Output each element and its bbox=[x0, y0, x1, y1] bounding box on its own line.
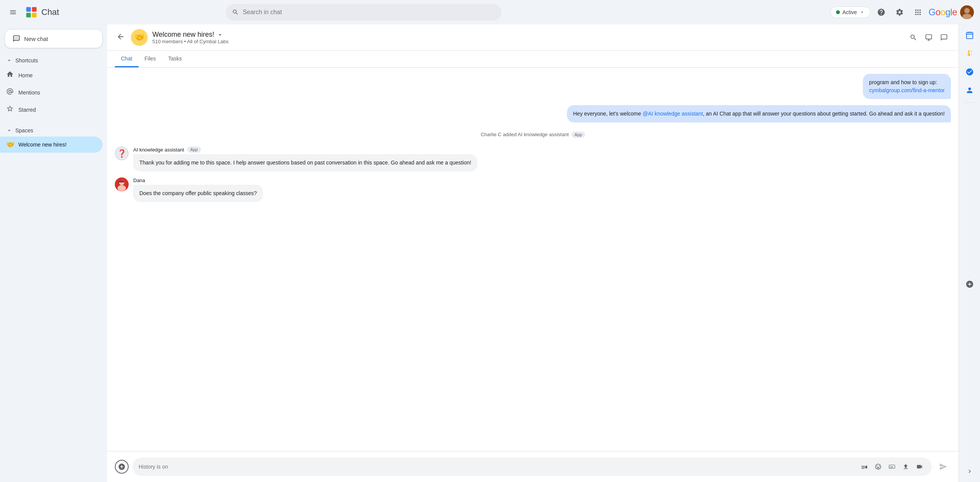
bot-message-bubble: Thank you for adding me to this space. I… bbox=[133, 154, 477, 171]
system-message: Charlie C added AI knowledge assistant A… bbox=[115, 129, 951, 140]
bot-avatar: ❓ bbox=[115, 147, 129, 160]
space-item-label: Welcome new hires! bbox=[18, 142, 67, 148]
contacts-button[interactable] bbox=[962, 83, 977, 98]
svg-rect-0 bbox=[26, 7, 31, 12]
shortcuts-header[interactable]: Shortcuts bbox=[0, 54, 107, 67]
svg-point-10 bbox=[118, 185, 126, 191]
sidebar-item-home-label: Home bbox=[18, 72, 33, 78]
active-status-button[interactable]: Active bbox=[830, 7, 870, 18]
new-chat-label: New chat bbox=[24, 36, 48, 42]
svg-text:GIF: GIF bbox=[890, 466, 894, 468]
svg-rect-2 bbox=[26, 13, 31, 18]
svg-rect-1 bbox=[32, 7, 37, 12]
add-app-button[interactable] bbox=[962, 277, 977, 292]
tab-files[interactable]: Files bbox=[139, 51, 162, 67]
spaces-label: Spaces bbox=[15, 127, 33, 134]
bot-sender-row: AI knowledge assistant App bbox=[133, 147, 951, 153]
menu-button[interactable] bbox=[6, 5, 20, 19]
dana-message-content: Dana Does the company offer public speak… bbox=[133, 177, 951, 202]
message-row-1: program and how to sign up: cymbalgroup.… bbox=[115, 74, 951, 99]
home-icon bbox=[6, 70, 14, 80]
dana-message-bubble: Does the company offer public speaking c… bbox=[133, 185, 263, 202]
chevron-down-icon bbox=[859, 10, 865, 15]
sidebar-item-starred[interactable]: Starred bbox=[0, 101, 103, 118]
svg-rect-14 bbox=[968, 32, 971, 33]
space-emoji: 🤝 bbox=[6, 140, 15, 149]
google-logo: Google bbox=[929, 7, 957, 18]
chat-header: 🤝 Welcome new hires! 510 members • All o… bbox=[107, 24, 959, 51]
app-title: Chat bbox=[41, 7, 59, 17]
search-chat-button[interactable] bbox=[906, 31, 920, 44]
app-badge-bot: App bbox=[187, 147, 201, 153]
back-button[interactable] bbox=[115, 31, 126, 44]
search-icon bbox=[232, 9, 239, 16]
expand-sidebar-button[interactable] bbox=[962, 464, 977, 479]
tasks-button[interactable] bbox=[962, 64, 977, 80]
chat-area: 🤝 Welcome new hires! 510 members • All o… bbox=[107, 24, 959, 482]
messages-area: program and how to sign up: cymbalgroup.… bbox=[107, 68, 959, 451]
header-right: Active Google bbox=[830, 5, 974, 20]
apps-button[interactable] bbox=[910, 5, 926, 20]
chevron-down-icon-spaces bbox=[6, 127, 12, 134]
top-bar: Chat Active bbox=[0, 0, 980, 24]
sidebar-item-mentions-label: Mentions bbox=[18, 90, 40, 96]
right-sidebar bbox=[959, 24, 980, 482]
huddle-button[interactable] bbox=[922, 31, 936, 44]
mentor-link[interactable]: cymbalgroup.com/find-a-mentor bbox=[869, 87, 945, 93]
upload-button[interactable] bbox=[900, 461, 912, 473]
message-input-wrapper: GIF bbox=[132, 458, 932, 476]
active-dot bbox=[836, 10, 840, 14]
tab-chat[interactable]: Chat bbox=[115, 51, 139, 67]
mention-ai[interactable]: @AI knowledge assistant bbox=[643, 111, 703, 117]
shortcuts-label: Shortcuts bbox=[15, 57, 38, 64]
input-area: GIF bbox=[107, 451, 959, 482]
svg-rect-3 bbox=[32, 13, 37, 18]
format-text-button[interactable] bbox=[858, 461, 871, 473]
calendar-button[interactable] bbox=[962, 28, 977, 43]
chat-header-info: Welcome new hires! 510 members • All of … bbox=[152, 31, 902, 44]
sidebar-item-home[interactable]: Home bbox=[0, 67, 103, 84]
app-badge-system: App bbox=[572, 132, 585, 138]
active-label: Active bbox=[842, 9, 857, 15]
message-input[interactable] bbox=[139, 464, 855, 470]
message-row-dana: Dana Does the company offer public speak… bbox=[115, 177, 951, 202]
search-input[interactable] bbox=[243, 9, 495, 16]
new-chat-button[interactable]: New chat bbox=[5, 29, 103, 48]
space-avatar: 🤝 bbox=[131, 29, 148, 46]
threads-button[interactable] bbox=[937, 31, 951, 44]
spaces-header[interactable]: Spaces bbox=[0, 124, 107, 137]
chat-subtitle: 510 members • All of Cymbal Labs bbox=[152, 39, 902, 44]
video-button[interactable] bbox=[913, 461, 926, 473]
add-attachment-button[interactable] bbox=[115, 460, 129, 474]
dana-avatar bbox=[115, 177, 129, 191]
send-button[interactable] bbox=[936, 459, 951, 474]
help-button[interactable] bbox=[874, 5, 889, 20]
chat-tabs: Chat Files Tasks bbox=[107, 51, 959, 68]
avatar[interactable] bbox=[960, 5, 974, 19]
message-row-2: Hey everyone, let's welcome @AI knowledg… bbox=[115, 105, 951, 122]
message-row-bot: ❓ AI knowledge assistant App Thank you f… bbox=[115, 147, 951, 171]
message-bubble-right-2: Hey everyone, let's welcome @AI knowledg… bbox=[567, 105, 951, 122]
bot-message-content: AI knowledge assistant App Thank you for… bbox=[133, 147, 951, 171]
search-bar[interactable] bbox=[226, 4, 501, 21]
new-chat-icon bbox=[13, 35, 20, 42]
space-item-welcome[interactable]: 🤝 Welcome new hires! bbox=[0, 137, 103, 153]
mentions-icon bbox=[6, 88, 14, 97]
bot-sender-name: AI knowledge assistant bbox=[133, 147, 184, 153]
svg-rect-13 bbox=[966, 33, 973, 39]
settings-button[interactable] bbox=[892, 5, 907, 20]
keep-button[interactable] bbox=[962, 46, 977, 61]
dana-sender-name: Dana bbox=[133, 177, 145, 183]
title-dropdown-icon[interactable] bbox=[217, 31, 224, 38]
sidebar-item-mentions[interactable]: Mentions bbox=[0, 84, 103, 101]
dana-sender-row: Dana bbox=[133, 177, 951, 183]
header-actions bbox=[906, 31, 951, 44]
gif-button[interactable]: GIF bbox=[886, 461, 898, 473]
main-content: New chat Shortcuts Home Mentions bbox=[0, 24, 980, 482]
sidebar-divider bbox=[965, 103, 974, 103]
emoji-button[interactable] bbox=[872, 461, 884, 473]
star-icon bbox=[6, 105, 14, 114]
chat-title: Welcome new hires! bbox=[152, 31, 902, 39]
sidebar-item-starred-label: Starred bbox=[18, 107, 36, 113]
tab-tasks[interactable]: Tasks bbox=[162, 51, 188, 67]
